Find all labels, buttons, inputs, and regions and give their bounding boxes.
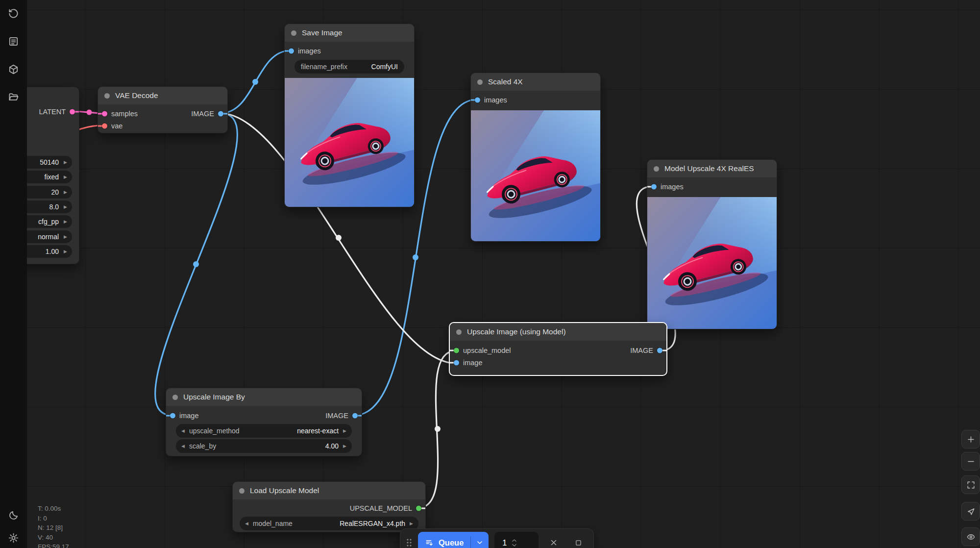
- increment-arrow-icon[interactable]: ▶: [410, 522, 413, 526]
- chevron-down-icon[interactable]: [512, 544, 517, 547]
- node-title: Scaled 4X: [488, 77, 523, 86]
- collapse-dot-icon[interactable]: [172, 395, 178, 400]
- node-title: Upscale Image By: [183, 393, 245, 401]
- queue-list-icon: [425, 538, 434, 548]
- node-header[interactable]: Scaled 4X: [471, 73, 600, 91]
- collapse-dot-icon[interactable]: [291, 30, 296, 36]
- slot-row: vae: [98, 120, 227, 132]
- vae-input-port[interactable]: [102, 123, 107, 128]
- pan-cursor-icon: [966, 507, 976, 516]
- decrement-arrow-icon[interactable]: ◀: [181, 444, 185, 448]
- node-upscale-image-using-model[interactable]: Upscale Image (using Model) upscale_mode…: [449, 322, 667, 376]
- decrement-arrow-icon[interactable]: ◀: [245, 522, 248, 526]
- zoom-out-button[interactable]: [961, 452, 980, 471]
- stop-button[interactable]: [569, 532, 588, 548]
- workflows-icon[interactable]: [7, 35, 20, 48]
- comfyui-canvas[interactable]: LATENT 50140▶ fixed▶ 20▶ 8.0▶ cfg_pp▶ no…: [0, 0, 980, 548]
- node-header[interactable]: Upscale Image (using Model): [450, 323, 666, 341]
- fit-view-button[interactable]: [961, 475, 980, 494]
- increment-arrow-icon[interactable]: ▶: [64, 249, 67, 254]
- increment-arrow-icon[interactable]: ▶: [64, 234, 67, 239]
- collapse-dot-icon[interactable]: [104, 93, 110, 99]
- image-preview[interactable]: [285, 78, 414, 207]
- increment-arrow-icon[interactable]: ▶: [343, 429, 346, 433]
- node-vae-decode[interactable]: VAE Decode samples IMAGE vae: [98, 86, 228, 133]
- collapse-dot-icon[interactable]: [654, 166, 659, 172]
- image-input-port[interactable]: [454, 360, 459, 365]
- node-header[interactable]: VAE Decode: [98, 87, 227, 104]
- node-header[interactable]: Save Image: [285, 24, 414, 42]
- clear-queue-button[interactable]: [544, 532, 563, 548]
- collapse-dot-icon[interactable]: [239, 488, 245, 494]
- node-scaled-4x[interactable]: Scaled 4X images: [470, 73, 601, 242]
- image-output-port[interactable]: [352, 413, 358, 419]
- widget-label: upscale_method: [189, 427, 240, 435]
- node-model-upscale-4x[interactable]: Model Upscale 4X RealES images: [647, 159, 777, 329]
- image-preview[interactable]: [471, 110, 600, 241]
- widget-value: 4.00: [325, 442, 339, 450]
- link-image-to-upscaleby: [155, 113, 238, 415]
- node-header[interactable]: Model Upscale 4X RealES: [647, 160, 777, 177]
- widget-label: scale_by: [189, 442, 216, 450]
- slot-row: UPSCALE_MODEL: [233, 501, 425, 515]
- increment-arrow-icon[interactable]: ▶: [64, 204, 67, 209]
- upscale-model-output-port[interactable]: [416, 506, 421, 511]
- increment-arrow-icon[interactable]: ▶: [64, 219, 67, 224]
- increment-arrow-icon[interactable]: ▶: [64, 160, 67, 165]
- latent-output-port[interactable]: [70, 109, 75, 115]
- node-header[interactable]: Load Upscale Model: [233, 482, 425, 499]
- open-folder-icon[interactable]: [7, 91, 20, 103]
- queue-button[interactable]: Queue: [418, 532, 470, 548]
- performance-stats: T: 0.00s I: 0 N: 12 [8] V: 40 FPS:59.17: [38, 504, 69, 548]
- seed-value: 50140: [40, 158, 59, 166]
- toggle-visibility-button[interactable]: [961, 527, 980, 546]
- samples-input-port[interactable]: [102, 111, 107, 116]
- upscale-model-input-port[interactable]: [454, 348, 459, 353]
- zoom-in-button[interactable]: [961, 430, 980, 448]
- node-title: Model Upscale 4X RealES: [664, 164, 754, 173]
- increment-arrow-icon[interactable]: ▶: [343, 444, 346, 448]
- link-midpoint-dot: [252, 79, 258, 85]
- theme-moon-icon[interactable]: [7, 509, 20, 522]
- image-input-port[interactable]: [170, 413, 175, 419]
- image-output-port[interactable]: [657, 348, 662, 353]
- close-icon: [549, 538, 558, 547]
- zoom-out-icon: [966, 457, 976, 466]
- node-load-upscale-model[interactable]: Load Upscale Model UPSCALE_MODEL ◀ model…: [232, 481, 426, 532]
- upscale-method-widget[interactable]: ◀ upscale_method nearest-exact ▶: [176, 424, 352, 438]
- car-preview-image: [647, 197, 777, 329]
- image-input-label: image: [463, 359, 483, 367]
- node-title: Upscale Image (using Model): [467, 327, 566, 336]
- image-output-label: IMAGE: [325, 412, 348, 420]
- decrement-arrow-icon[interactable]: ◀: [181, 429, 185, 433]
- history-icon[interactable]: [7, 7, 20, 20]
- collapse-dot-icon[interactable]: [477, 79, 483, 85]
- node-upscale-image-by[interactable]: Upscale Image By image IMAGE ◀ upscale_m…: [166, 388, 362, 456]
- slot-row: upscale_model IMAGE: [450, 344, 666, 356]
- settings-gear-icon[interactable]: [7, 531, 20, 544]
- filename-prefix-widget[interactable]: filename_prefix ComfyUI: [294, 60, 404, 74]
- pan-cursor-button[interactable]: [961, 502, 980, 521]
- increment-arrow-icon[interactable]: ▶: [64, 174, 67, 179]
- link-midpoint-dot: [435, 426, 441, 432]
- chevron-up-icon[interactable]: [512, 539, 517, 542]
- link-midpoint-dot: [87, 110, 92, 115]
- image-output-port[interactable]: [218, 111, 223, 116]
- images-input-port[interactable]: [475, 98, 480, 103]
- toolbar-drag-handle-icon[interactable]: [406, 532, 412, 548]
- scale-by-widget[interactable]: ◀ scale_by 4.00 ▶: [176, 439, 352, 453]
- node-header[interactable]: Upscale Image By: [166, 388, 362, 406]
- batch-count-input[interactable]: 1: [494, 532, 539, 548]
- eye-icon: [966, 532, 976, 542]
- increment-arrow-icon[interactable]: ▶: [64, 190, 67, 195]
- images-input-port[interactable]: [289, 49, 294, 54]
- images-input-port[interactable]: [651, 184, 657, 190]
- queue-options-dropdown[interactable]: [471, 532, 489, 548]
- collapse-dot-icon[interactable]: [456, 329, 462, 335]
- stat-time: T: 0.00s: [38, 504, 69, 514]
- node-save-image[interactable]: Save Image images filename_prefix ComfyU…: [284, 24, 415, 207]
- image-preview[interactable]: [647, 197, 777, 329]
- steps-value: 20: [51, 188, 59, 196]
- model-name-widget[interactable]: ◀ model_name RealESRGAN_x4.pth ▶: [240, 517, 418, 530]
- model-library-icon[interactable]: [7, 63, 20, 75]
